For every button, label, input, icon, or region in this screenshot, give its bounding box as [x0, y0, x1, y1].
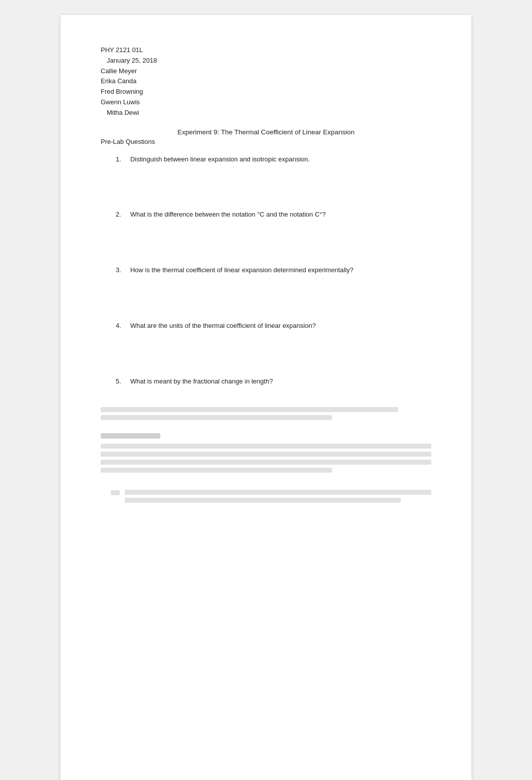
question-1-block: 1. Distinguish between linear expansion … — [101, 154, 431, 165]
name-2: Erika Canda — [101, 76, 431, 87]
question-2-block: 2. What is the difference between the no… — [101, 210, 431, 220]
question-2-content: What is the difference between the notat… — [130, 211, 326, 218]
question-4-block: 4. What are the units of the thermal coe… — [101, 321, 431, 331]
question-3-text: 3. How is the thermal coefficient of lin… — [116, 265, 431, 276]
question-4-text: 4. What are the units of the thermal coe… — [116, 321, 431, 331]
question-3-block: 3. How is the thermal coefficient of lin… — [101, 265, 431, 276]
question-1-content: Distinguish between linear expansion and… — [130, 155, 310, 163]
blurred-list-item-1 — [111, 490, 431, 506]
blurred-heading — [101, 433, 160, 439]
question-5-number: 5. — [116, 377, 121, 385]
blurred-section — [101, 407, 431, 506]
question-5-text: 5. What is meant by the fractional chang… — [116, 376, 431, 387]
course-label: PHY 2121 01L — [101, 45, 431, 56]
question-3-content: How is the thermal coefficient of linear… — [130, 266, 354, 274]
name-1: Callie Meyer — [101, 66, 431, 77]
blurred-paragraph-1 — [101, 407, 431, 420]
prelab-label: Pre-Lab Questions — [101, 138, 431, 145]
question-1-text: 1. Distinguish between linear expansion … — [116, 154, 431, 165]
name-3: Fred Browning — [101, 87, 431, 97]
question-2-text: 2. What is the difference between the no… — [116, 210, 431, 220]
question-4-number: 4. — [116, 322, 121, 329]
question-3-number: 3. — [116, 266, 121, 274]
question-1-number: 1. — [116, 155, 121, 163]
question-4-content: What are the units of the thermal coeffi… — [130, 322, 316, 329]
question-5-content: What is meant by the fractional change i… — [130, 377, 273, 385]
question-2-number: 2. — [116, 211, 121, 218]
name-4: Gwenn Luwis — [101, 97, 431, 108]
date-label: January 25, 2018 — [101, 56, 431, 66]
header-block: PHY 2121 01L January 25, 2018 Callie Mey… — [101, 45, 431, 118]
question-5-block: 5. What is meant by the fractional chang… — [101, 376, 431, 387]
name-5: Mitha Dewi — [101, 108, 431, 118]
blurred-paragraph-2 — [101, 444, 431, 473]
experiment-title: Experiment 9: The Thermal Coefficient of… — [101, 128, 431, 136]
document-page: PHY 2121 01L January 25, 2018 Callie Mey… — [61, 15, 471, 780]
